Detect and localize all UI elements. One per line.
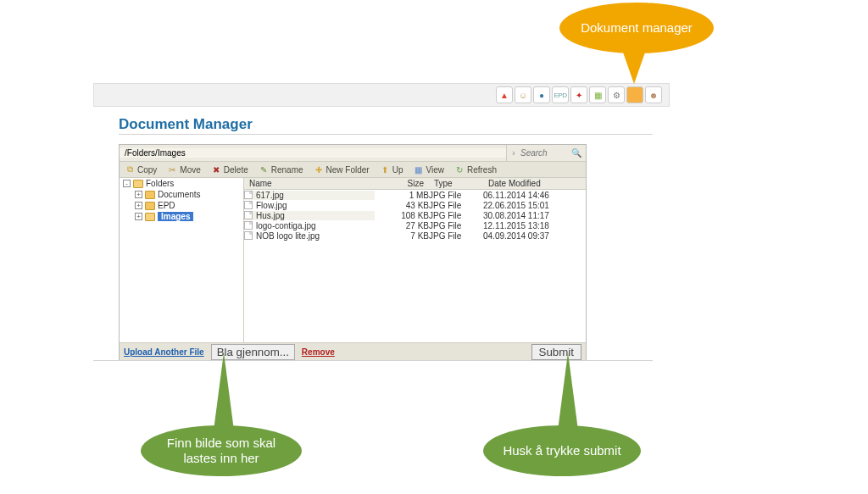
epd-icon[interactable]: EPD: [552, 86, 569, 103]
new-folder-icon: ✚: [314, 164, 324, 175]
file-size: 1 MB: [375, 191, 429, 200]
refresh-button[interactable]: ↻Refresh: [449, 164, 502, 175]
callout-find-image: Finn bilde som skal lastes inn her: [141, 425, 302, 476]
move-label: Move: [180, 165, 200, 175]
file-type: JPG File: [429, 211, 483, 220]
expand-icon[interactable]: +: [135, 213, 142, 220]
app-body: -Folders +Documents +EPD +Images Name Si…: [120, 178, 586, 342]
new-folder-label: New Folder: [326, 165, 370, 175]
calendar-icon[interactable]: ▦: [589, 86, 606, 103]
file-name: Hus.jpg: [256, 211, 285, 220]
tree-root[interactable]: -Folders: [120, 178, 243, 189]
list-row[interactable]: Flow.jpg43 KBJPG File22.06.2015 15:01: [244, 200, 586, 210]
file-name: logo-contiga.jpg: [256, 221, 316, 230]
page-title: Document Manager: [119, 116, 253, 133]
file-date: 22.06.2015 15:01: [483, 201, 586, 210]
delete-label: Delete: [224, 165, 248, 175]
refresh-label: Refresh: [467, 165, 497, 175]
search-icon[interactable]: 🔍: [571, 148, 585, 158]
tree-node-documents[interactable]: +Documents: [120, 189, 243, 200]
up-label: Up: [392, 165, 403, 175]
globe-icon[interactable]: ●: [533, 86, 550, 103]
expand-icon[interactable]: +: [135, 191, 142, 198]
expand-icon[interactable]: +: [135, 202, 142, 209]
col-date[interactable]: Date Modified: [483, 179, 586, 188]
folder-icon[interactable]: [626, 86, 643, 103]
search-input[interactable]: [520, 148, 571, 158]
delete-button[interactable]: ✖Delete: [206, 164, 253, 175]
file-type: JPG File: [429, 201, 483, 210]
file-size: 43 KB: [375, 201, 429, 210]
toolbar: ⧉Copy ✂Move ✖Delete ✎Rename ✚New Folder …: [120, 162, 586, 178]
tree-node-label: Documents: [158, 190, 201, 199]
document-manager-app: /Folders/Images › 🔍 ⧉Copy ✂Move ✖Delete …: [119, 144, 587, 361]
move-icon: ✂: [167, 164, 177, 175]
tree-node-images[interactable]: +Images: [120, 211, 243, 222]
folder-icon: [145, 202, 155, 210]
up-icon: ⬆: [380, 164, 390, 175]
folder-icon: [133, 180, 143, 188]
tree-root-label: Folders: [146, 179, 174, 188]
file-type: JPG File: [429, 231, 483, 241]
callout-text: Finn bilde som skal lastes inn her: [141, 425, 302, 476]
file-icon: [244, 211, 253, 219]
copy-button[interactable]: ⧉Copy: [120, 164, 162, 175]
file-list: Name Size Type Date Modified 617.jpg1 MB…: [244, 178, 586, 342]
copy-icon: ⧉: [125, 164, 135, 175]
callout-tail-icon: [214, 352, 234, 430]
refresh-icon: ↻: [454, 164, 465, 175]
tree-node-label: Images: [158, 212, 193, 221]
avatar-icon[interactable]: ☻: [645, 86, 662, 103]
file-date: 04.09.2014 09:37: [483, 231, 586, 241]
rename-button[interactable]: ✎Rename: [253, 164, 309, 175]
file-name: Flow.jpg: [256, 201, 287, 210]
path-row: /Folders/Images › 🔍: [120, 145, 586, 162]
list-row[interactable]: Hus.jpg108 KBJPG File30.08.2014 11:17: [244, 210, 586, 220]
list-header: Name Size Type Date Modified: [244, 178, 586, 190]
tree-node-epd[interactable]: +EPD: [120, 200, 243, 211]
user-icon[interactable]: ☺: [515, 86, 531, 103]
copy-label: Copy: [137, 165, 157, 175]
search-wrap: › 🔍: [506, 145, 586, 161]
col-size[interactable]: Size: [375, 179, 429, 188]
file-type: JPG File: [429, 191, 483, 200]
footer: Upload Another File Bla gjennom... Remov…: [120, 342, 586, 360]
file-name: 617.jpg: [256, 191, 284, 200]
folder-icon: [145, 213, 155, 221]
star-icon[interactable]: ✦: [570, 86, 587, 103]
callout-document-manager: Dokument manager: [559, 3, 714, 53]
col-name[interactable]: Name: [244, 179, 375, 188]
top-icon-bar: ▲ ☺ ● EPD ✦ ▦ ⚙ ☻: [93, 83, 670, 107]
path-display: /Folders/Images: [120, 148, 506, 158]
view-label: View: [426, 165, 444, 175]
new-folder-button[interactable]: ✚New Folder: [309, 164, 375, 175]
list-row[interactable]: NOB logo lite.jpg7 KBJPG File04.09.2014 …: [244, 230, 586, 241]
remove-link[interactable]: Remove: [302, 347, 335, 357]
file-type: JPG File: [429, 221, 483, 230]
callout-tail-icon: [558, 352, 578, 430]
folder-tree: -Folders +Documents +EPD +Images: [120, 178, 244, 342]
home-icon[interactable]: ▲: [496, 86, 513, 103]
view-button[interactable]: ▦View: [408, 164, 449, 175]
file-icon: [244, 221, 253, 230]
file-icon: [244, 231, 253, 240]
file-size: 27 KB: [375, 221, 429, 230]
list-row[interactable]: 617.jpg1 MBJPG File06.11.2014 14:46: [244, 190, 586, 200]
rename-label: Rename: [271, 165, 303, 175]
col-type[interactable]: Type: [429, 179, 483, 188]
file-date: 30.08.2014 11:17: [483, 211, 586, 220]
file-date: 06.11.2014 14:46: [483, 191, 586, 200]
callout-text: Dokument manager: [559, 3, 714, 53]
collapse-icon[interactable]: -: [123, 180, 131, 187]
callout-text: Husk å trykke submit: [483, 425, 641, 476]
callout-press-submit: Husk å trykke submit: [483, 425, 641, 476]
upload-another-link[interactable]: Upload Another File: [124, 347, 204, 357]
move-button[interactable]: ✂Move: [162, 164, 205, 175]
rename-icon: ✎: [259, 164, 269, 175]
view-icon: ▦: [413, 164, 423, 175]
file-icon: [244, 201, 253, 209]
list-row[interactable]: logo-contiga.jpg27 KBJPG File12.11.2015 …: [244, 220, 586, 230]
up-button[interactable]: ⬆Up: [375, 164, 409, 175]
gear-icon[interactable]: ⚙: [608, 86, 625, 103]
tree-node-label: EPD: [158, 201, 175, 210]
